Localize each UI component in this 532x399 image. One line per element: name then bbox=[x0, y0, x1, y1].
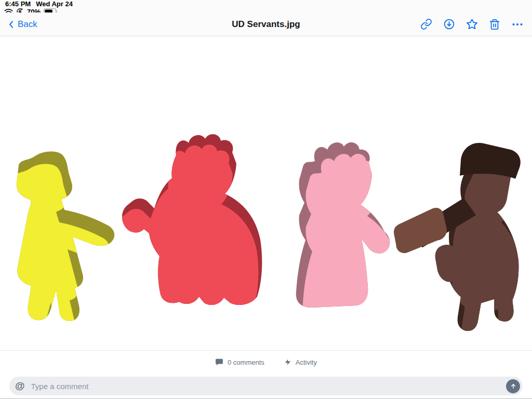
ellipsis-icon bbox=[511, 18, 524, 31]
meeple-figure-red bbox=[122, 131, 267, 311]
meeple-figure-yellow bbox=[11, 149, 118, 324]
clock-label: 6:45 PM bbox=[5, 0, 31, 8]
footer-meta-row: 0 comments Activity bbox=[0, 350, 532, 374]
back-button[interactable]: Back bbox=[5, 12, 37, 36]
nav-actions bbox=[420, 12, 524, 36]
favorite-button[interactable] bbox=[466, 18, 478, 31]
status-bar: 6:45 PM Wed Apr 24 70% bbox=[0, 0, 532, 12]
comments-button[interactable]: 0 comments bbox=[215, 358, 264, 366]
meeple-figure-brown bbox=[391, 138, 530, 333]
send-comment-button[interactable] bbox=[506, 379, 520, 393]
activity-label: Activity bbox=[296, 358, 317, 366]
share-link-button[interactable] bbox=[420, 18, 432, 31]
nav-bar: Back UD Servants.jpg bbox=[0, 12, 532, 36]
link-icon bbox=[420, 18, 432, 30]
chevron-left-icon bbox=[6, 19, 17, 30]
image-viewer[interactable] bbox=[0, 36, 532, 350]
comment-input[interactable] bbox=[30, 381, 506, 391]
comment-bar: @ bbox=[0, 373, 532, 399]
yellow-meeple-front bbox=[11, 164, 109, 324]
brown-meeple-carried-block bbox=[394, 208, 447, 253]
speech-bubble-icon bbox=[215, 358, 223, 366]
activity-button[interactable]: Activity bbox=[284, 358, 317, 366]
download-icon bbox=[443, 18, 455, 30]
more-button[interactable] bbox=[511, 18, 524, 31]
meeple-figure-pink bbox=[280, 139, 393, 312]
lightning-bolt-icon bbox=[284, 358, 291, 366]
date-label: Wed Apr 24 bbox=[36, 0, 73, 8]
pink-meeple-front bbox=[303, 154, 393, 312]
mention-at-icon[interactable]: @ bbox=[15, 380, 25, 392]
comment-input-pill: @ bbox=[9, 377, 523, 395]
trash-icon bbox=[489, 19, 500, 30]
comments-count-label: 0 comments bbox=[228, 358, 264, 366]
star-icon bbox=[466, 18, 478, 30]
back-label: Back bbox=[18, 19, 37, 30]
download-button[interactable] bbox=[443, 18, 455, 31]
red-meeple-front bbox=[122, 144, 258, 311]
delete-button[interactable] bbox=[488, 18, 501, 31]
brown-meeple-cap bbox=[460, 143, 521, 179]
arrow-up-icon bbox=[510, 382, 517, 390]
